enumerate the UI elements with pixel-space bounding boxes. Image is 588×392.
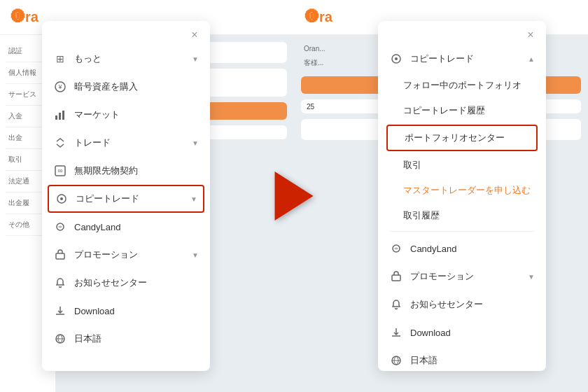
bell-icon bbox=[53, 276, 67, 290]
copy-trade-icon-right bbox=[389, 52, 403, 66]
menu-label-copy-trade: コピートレード bbox=[76, 192, 183, 205]
left-close-button[interactable]: × bbox=[188, 28, 202, 42]
direction-arrow bbox=[275, 172, 314, 220]
market-icon bbox=[53, 108, 67, 122]
grid-icon: ⊞ bbox=[53, 52, 67, 66]
menu-item-download[interactable]: Download bbox=[42, 297, 210, 325]
chevron-icon: ▼ bbox=[192, 251, 199, 259]
right-dropdown-panel: × コピートレード ▲ フォロー中のポートフォリオ コピートレード履歴 bbox=[378, 21, 546, 371]
svg-rect-2 bbox=[55, 115, 57, 120]
promo-icon-right bbox=[389, 270, 403, 284]
sub-label-trading: 取引 bbox=[403, 159, 421, 172]
menu-item-copy-trade-header[interactable]: コピートレード ▲ bbox=[378, 45, 546, 73]
menu-label-promo-right: プロモーション bbox=[410, 270, 521, 283]
menu-label-download-right: Download bbox=[410, 328, 535, 338]
bg-logo-right: 🅞ra bbox=[305, 9, 332, 25]
menu-label-candy-right: CandyLand bbox=[410, 244, 535, 254]
chevron-icon-right: ▼ bbox=[528, 273, 535, 281]
svg-text:∞: ∞ bbox=[57, 167, 62, 174]
sub-label-following: フォロー中のポートフォリオ bbox=[403, 79, 522, 92]
menu-item-buy-crypto[interactable]: ¥ 暗号資産を購入 bbox=[42, 73, 210, 101]
menu-item-notice-right[interactable]: お知らせセンター bbox=[378, 290, 546, 318]
globe-icon bbox=[53, 332, 67, 346]
menu-subitem-following-portfolio[interactable]: フォロー中のポートフォリオ bbox=[378, 73, 546, 98]
sub-label-copy-history: コピートレード履歴 bbox=[403, 104, 485, 117]
left-dropdown-panel: × ⊞ もっと ▼ ¥ 暗号資産を購入 bbox=[42, 21, 210, 371]
svg-text:¥: ¥ bbox=[57, 83, 62, 90]
menu-label-copy-trade-header: コピートレード bbox=[410, 52, 521, 65]
menu-label-notice-right: お知らせセンター bbox=[410, 298, 535, 311]
download-icon-right bbox=[389, 326, 403, 340]
menu-subitem-copy-history[interactable]: コピートレード履歴 bbox=[378, 98, 546, 123]
futures-icon: ∞ bbox=[53, 164, 67, 178]
chevron-down-icon: ▼ bbox=[190, 195, 197, 203]
menu-label-download: Download bbox=[74, 306, 199, 316]
svg-point-13 bbox=[395, 57, 398, 60]
menu-item-candy-right[interactable]: CandyLand bbox=[378, 234, 546, 262]
chevron-icon: ▼ bbox=[192, 139, 199, 147]
arrow-container bbox=[275, 172, 314, 220]
menu-item-language-right[interactable]: 日本語 bbox=[378, 346, 546, 374]
svg-rect-4 bbox=[62, 111, 64, 120]
menu-item-futures[interactable]: ∞ 無期限先物契約 bbox=[42, 157, 210, 185]
candy-icon bbox=[53, 220, 67, 234]
svg-rect-3 bbox=[59, 113, 61, 120]
svg-rect-10 bbox=[56, 253, 64, 259]
chevron-icon: ▼ bbox=[192, 55, 199, 63]
menu-label-language-right: 日本語 bbox=[410, 354, 535, 367]
sub-label-portfolio-center: ポートフォリオセンター bbox=[405, 132, 505, 144]
menu-item-promo[interactable]: プロモーション ▼ bbox=[42, 241, 210, 269]
menu-subitem-trade-history[interactable]: 取引履歴 bbox=[378, 203, 546, 228]
right-panel-header: × bbox=[378, 21, 546, 45]
trade-icon bbox=[53, 136, 67, 150]
menu-label-candy: CandyLand bbox=[74, 222, 199, 232]
menu-divider bbox=[389, 231, 535, 232]
menu-label-promo: プロモーション bbox=[74, 248, 185, 261]
right-close-button[interactable]: × bbox=[524, 28, 538, 42]
chevron-up-icon: ▲ bbox=[528, 55, 535, 63]
menu-item-promo-right[interactable]: プロモーション ▼ bbox=[378, 262, 546, 290]
svg-point-8 bbox=[60, 197, 63, 200]
right-menu-list: コピートレード ▲ フォロー中のポートフォリオ コピートレード履歴 ポートフォリ… bbox=[378, 45, 546, 380]
menu-item-download-right[interactable]: Download bbox=[378, 318, 546, 346]
menu-subitem-trading[interactable]: 取引 bbox=[378, 153, 546, 178]
sub-label-apply-master: マスタートレーダーを申し込む bbox=[403, 184, 531, 197]
copy-trade-icon bbox=[55, 192, 69, 206]
menu-label-market: マーケット bbox=[74, 108, 199, 121]
menu-item-copy-trade[interactable]: コピートレード ▼ bbox=[48, 185, 204, 213]
download-icon bbox=[53, 304, 67, 318]
globe-icon-right bbox=[389, 354, 403, 368]
left-panel-header: × bbox=[42, 21, 210, 45]
menu-subitem-portfolio-center[interactable]: ポートフォリオセンター bbox=[386, 125, 538, 151]
menu-label-futures: 無期限先物契約 bbox=[74, 164, 199, 177]
menu-subitem-apply-master[interactable]: マスタートレーダーを申し込む bbox=[378, 178, 546, 203]
menu-item-language[interactable]: 日本語 bbox=[42, 325, 210, 353]
menu-item-more[interactable]: ⊞ もっと ▼ bbox=[42, 45, 210, 73]
menu-label-more: もっと bbox=[74, 52, 185, 65]
bell-icon-right bbox=[389, 298, 403, 312]
menu-item-market[interactable]: マーケット bbox=[42, 101, 210, 129]
menu-item-notice[interactable]: お知らせセンター bbox=[42, 269, 210, 297]
coin-icon: ¥ bbox=[53, 80, 67, 94]
svg-rect-15 bbox=[392, 275, 400, 281]
promo-icon bbox=[53, 248, 67, 262]
sub-label-trade-history: 取引履歴 bbox=[403, 209, 440, 222]
menu-item-candy[interactable]: CandyLand bbox=[42, 213, 210, 241]
menu-label-language: 日本語 bbox=[74, 332, 199, 345]
menu-label-buy-crypto: 暗号資産を購入 bbox=[74, 80, 199, 93]
page-container: 🅞ra 認証 個人情報 サービス 入金 出金 取引 法定通 出金履 その他 ✓ bbox=[0, 0, 588, 392]
bg-logo-left: 🅞ra bbox=[11, 9, 38, 25]
menu-item-trade[interactable]: トレード ▼ bbox=[42, 129, 210, 157]
left-menu-list: ⊞ もっと ▼ ¥ 暗号資産を購入 bbox=[42, 45, 210, 358]
menu-label-notice: お知らせセンター bbox=[74, 276, 199, 289]
menu-label-trade: トレード bbox=[74, 136, 185, 149]
candy-icon-right bbox=[389, 241, 403, 255]
